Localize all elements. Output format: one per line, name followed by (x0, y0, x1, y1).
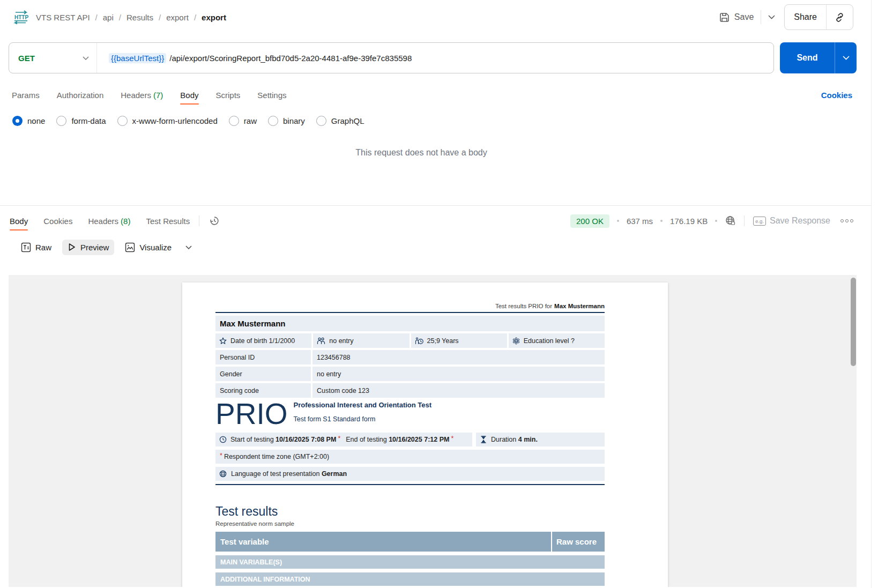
hourglass-icon (480, 436, 487, 443)
cookies-link[interactable]: Cookies (821, 91, 852, 100)
empty-body-message: This request does not have a body (9, 148, 834, 158)
response-tab-test-results[interactable]: Test Results (146, 217, 190, 226)
report-page-header: Test results PRIO forMax Mustermann (215, 303, 605, 309)
http-request-icon: HTTP (12, 10, 29, 24)
test-form: Test form S1 Standard form (293, 415, 431, 423)
report-person-name: Max Mustermann (215, 316, 605, 331)
people-icon (317, 337, 325, 345)
radio-icon (268, 116, 278, 126)
preview-scrollbar[interactable] (851, 278, 856, 366)
report-education-cell: Education level ? (509, 333, 605, 348)
body-mode-binary[interactable]: binary (268, 116, 305, 126)
education-icon (512, 337, 520, 345)
radio-icon (117, 116, 128, 126)
tab-settings[interactable]: Settings (257, 91, 286, 100)
save-button[interactable]: Save (719, 12, 754, 23)
tab-body[interactable]: Body (180, 91, 198, 100)
report-page: Test results PRIO forMax Mustermann Max … (182, 282, 668, 587)
report-timezone-note: * Respondent time zone (GMT+2:00) (215, 450, 605, 464)
body-mode-urlencoded[interactable]: x-www-form-urlencoded (117, 116, 218, 126)
url-bar: GET {{baseUrlTest}} /api/export/ScoringR… (9, 42, 774, 73)
report-kv-row: Scoring code Custom code 123 (215, 383, 605, 398)
method-selector[interactable]: GET (9, 54, 96, 63)
clock-icon (219, 436, 227, 443)
right-sidebar-divider (871, 0, 872, 588)
report-kv-row: Personal ID 123456788 (215, 350, 605, 364)
view-preview-button[interactable]: Preview (62, 240, 114, 255)
tab-headers[interactable]: Headers(7) (121, 91, 163, 100)
report-birthdate-cell: Date of birth 1/1/2000 (215, 333, 311, 348)
response-time[interactable]: 637 ms (627, 217, 653, 226)
response-header: Body Cookies Headers(8) Test Results 200… (9, 210, 857, 232)
prio-logo: PRIO (215, 400, 287, 428)
url-variable-chip: {{baseUrlTest}} (109, 53, 166, 63)
response-size[interactable]: 176.19 KB (670, 217, 708, 226)
report-age-cell: 25;9 Years (411, 333, 507, 348)
share-button[interactable]: Share (785, 12, 826, 22)
network-globe-icon[interactable] (725, 215, 735, 226)
save-response-button[interactable]: Save Response (770, 216, 830, 226)
testing-times-cell: Start of testing 10/16/2025 7:08 PM* End… (215, 433, 472, 446)
share-controls: Share (784, 4, 853, 30)
results-section-main: MAIN VARIABLE(S) (215, 555, 605, 569)
tab-scripts[interactable]: Scripts (216, 91, 241, 100)
test-title: Professional Interest and Orientation Te… (293, 401, 431, 409)
response-tab-headers[interactable]: Headers(8) (88, 217, 130, 226)
preview-play-icon (68, 243, 76, 251)
breadcrumb-folder-results[interactable]: Results (127, 13, 153, 22)
response-tabs: Body Cookies Headers(8) Test Results (10, 217, 190, 226)
report-timing-row: Start of testing 10/16/2025 7:08 PM* End… (215, 433, 605, 446)
tab-authorization[interactable]: Authorization (57, 91, 104, 100)
response-divider (0, 205, 871, 206)
radio-icon (316, 116, 326, 126)
results-subheading: Representative norm sample (215, 520, 605, 527)
save-options-chevron-icon[interactable] (768, 15, 775, 19)
response-view-toolbar: Raw Preview Visualize (9, 237, 192, 257)
breadcrumb-folder-export[interactable]: export (166, 13, 189, 22)
breadcrumb: VTS REST API / api / Results / export / … (36, 13, 226, 22)
body-mode-none[interactable]: none (12, 116, 45, 126)
report-kv-row: Gender no entry (215, 367, 605, 381)
response-preview-pane: Test results PRIO forMax Mustermann Max … (9, 275, 857, 587)
svg-text:HTTP: HTTP (14, 14, 28, 20)
breadcrumb-folder-api[interactable]: api (103, 13, 114, 22)
radio-icon (229, 116, 239, 126)
globe-icon (219, 470, 227, 478)
column-test-variable: Test variable (215, 532, 551, 552)
more-actions-icon[interactable] (840, 219, 853, 222)
copy-link-button[interactable] (827, 12, 853, 23)
tab-params[interactable]: Params (12, 91, 40, 100)
save-controls: Save (719, 10, 775, 24)
visualize-image-icon (125, 242, 135, 252)
star-icon (219, 337, 227, 345)
response-tab-body[interactable]: Body (10, 217, 28, 226)
body-mode-selector: none form-data x-www-form-urlencoded raw… (12, 113, 364, 129)
report-info-row: Date of birth 1/1/2000 no entry (215, 333, 605, 348)
save-icon (719, 12, 730, 23)
send-button[interactable]: Send (780, 42, 857, 73)
method-chevron-icon (83, 56, 89, 60)
example-badge-icon[interactable]: e.g. (753, 217, 766, 226)
response-tab-cookies[interactable]: Cookies (43, 217, 72, 226)
results-table-header: Test variable Raw score (215, 532, 605, 552)
view-options-chevron-icon[interactable] (185, 245, 192, 249)
results-heading: Test results (215, 504, 605, 519)
breadcrumb-collection[interactable]: VTS REST API (36, 13, 90, 22)
response-meta: 200 OK 637 ms 176.19 KB e.g. Save Respon… (570, 214, 853, 228)
history-icon (209, 215, 220, 227)
method-label: GET (18, 54, 35, 63)
body-mode-form-data[interactable]: form-data (56, 116, 106, 126)
url-input[interactable]: {{baseUrlTest}} /api/export/ScoringRepor… (97, 53, 412, 63)
view-visualize-button[interactable]: Visualize (120, 239, 177, 256)
request-tabs: Params Authorization Headers(7) Body Scr… (9, 84, 857, 106)
status-badge[interactable]: 200 OK (570, 214, 609, 228)
report-language-row: Language of test presentation German (215, 467, 605, 481)
view-raw-button[interactable]: Raw (16, 239, 57, 256)
response-history-button[interactable] (209, 215, 220, 227)
send-options-chevron-icon (843, 56, 850, 60)
body-mode-graphql[interactable]: GraphQL (316, 116, 364, 126)
report-rule (215, 484, 605, 485)
body-mode-raw[interactable]: raw (229, 116, 257, 126)
breadcrumb-request-name: export (202, 13, 226, 22)
duration-cell: Duration 4 min. (476, 433, 605, 446)
